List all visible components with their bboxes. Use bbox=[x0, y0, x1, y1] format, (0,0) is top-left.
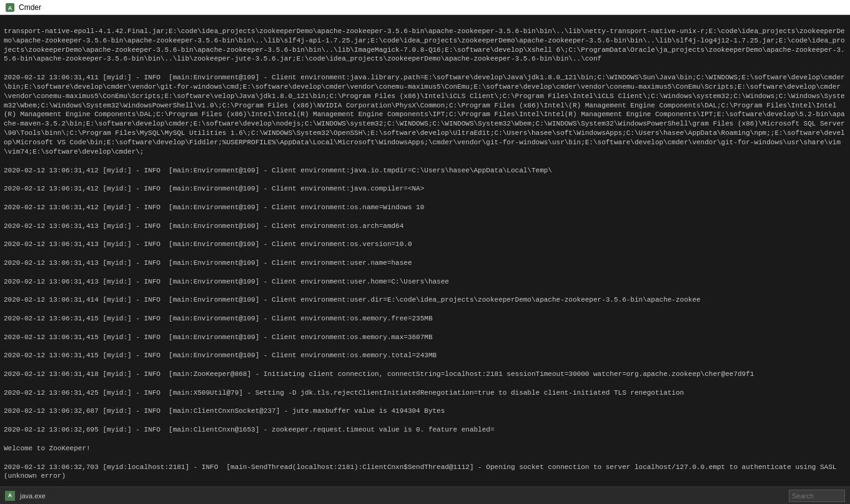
terminal-line-0: transport-native-epoll-4.1.42.Final.jar;… bbox=[4, 27, 846, 64]
terminal-line-2: 2020-02-12 13:06:31,412 [myid:] - INFO [… bbox=[4, 166, 846, 175]
terminal-line-14: 2020-02-12 13:06:31,425 [myid:] - INFO [… bbox=[4, 388, 846, 398]
app-icon: A bbox=[5, 2, 15, 12]
terminal-line-18: 2020-02-12 13:06:32,703 [myid:localhost:… bbox=[4, 463, 846, 482]
terminal-line-6: 2020-02-12 13:06:31,413 [myid:] - INFO [… bbox=[4, 240, 846, 249]
terminal-line-3: 2020-02-12 13:06:31,412 [myid:] - INFO [… bbox=[4, 184, 846, 194]
terminal-line-16: 2020-02-12 13:06:32,695 [myid:] - INFO [… bbox=[4, 425, 846, 435]
bottom-app-icon: A bbox=[5, 491, 15, 501]
terminal-line-4: 2020-02-12 13:06:31,412 [myid:] - INFO [… bbox=[4, 203, 846, 212]
terminal-line-15: 2020-02-12 13:06:32,687 [myid:] - INFO [… bbox=[4, 407, 846, 416]
terminal-line-8: 2020-02-12 13:06:31,413 [myid:] - INFO [… bbox=[4, 277, 846, 287]
search-input[interactable] bbox=[792, 492, 842, 500]
terminal-line-10: 2020-02-12 13:06:31,415 [myid:] - INFO [… bbox=[4, 314, 846, 324]
svg-text:A: A bbox=[8, 5, 12, 11]
search-box[interactable] bbox=[789, 490, 845, 502]
terminal-line-9: 2020-02-12 13:06:31,414 [myid:] - INFO [… bbox=[4, 295, 846, 305]
title-bar: A Cmder bbox=[0, 0, 850, 15]
terminal-output: transport-native-epoll-4.1.42.Final.jar;… bbox=[0, 15, 850, 487]
terminal-line-5: 2020-02-12 13:06:31,413 [myid:] - INFO [… bbox=[4, 222, 846, 231]
terminal-line-11: 2020-02-12 13:06:31,415 [myid:] - INFO [… bbox=[4, 333, 846, 342]
terminal-line-1: 2020-02-12 13:06:31,411 [myid:] - INFO [… bbox=[4, 73, 846, 157]
terminal-line-7: 2020-02-12 13:06:31,413 [myid:] - INFO [… bbox=[4, 259, 846, 268]
terminal-line-13: 2020-02-12 13:06:31,418 [myid:] - INFO [… bbox=[4, 370, 846, 379]
terminal-line-12: 2020-02-12 13:06:31,415 [myid:] - INFO [… bbox=[4, 351, 846, 360]
window-title: Cmder bbox=[19, 3, 41, 12]
bottom-bar: A java.exe bbox=[0, 487, 850, 504]
terminal-line-17: Welcome to ZooKeeper! bbox=[4, 444, 846, 453]
process-label: java.exe bbox=[20, 492, 784, 500]
